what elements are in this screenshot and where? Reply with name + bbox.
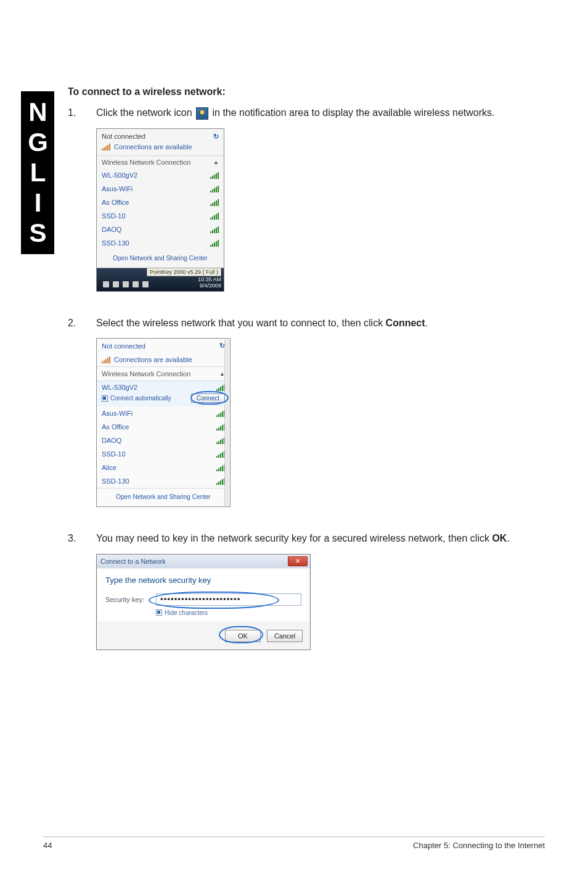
hide-characters-checkbox[interactable]: Hide characters <box>156 609 301 616</box>
network-row[interactable]: As Office <box>97 196 224 209</box>
not-connected-label: Not connected <box>102 342 145 350</box>
network-name: DAOQ <box>102 437 121 444</box>
security-key-label: Security key: <box>105 596 149 603</box>
network-name: Asus-WiFi <box>102 185 133 192</box>
tray-icons <box>103 281 149 287</box>
network-row[interactable]: As Office <box>97 420 230 434</box>
network-row[interactable]: WL-500gV2 <box>97 168 224 182</box>
dialog-title: Connect to a Network <box>100 558 166 565</box>
checkbox-icon <box>156 609 162 616</box>
security-key-dialog: Connect to a Network ✕ Type the network … <box>96 554 311 650</box>
signal-bars-icon <box>210 199 219 206</box>
signal-bars-icon <box>210 226 219 233</box>
network-row[interactable]: SSD-130 <box>97 474 230 488</box>
selected-network-name: WL-530gV2 <box>102 384 137 391</box>
connect-automatically-checkbox[interactable]: Connect automatically <box>102 395 171 402</box>
ok-button[interactable]: OK <box>225 630 261 642</box>
network-row[interactable]: DAOQ <box>97 223 224 236</box>
step2-text-a: Select the wireless network that you wan… <box>96 318 386 328</box>
signal-bars-icon <box>210 171 219 179</box>
chevron-up-icon[interactable]: ▲ <box>213 159 219 165</box>
signal-bars-icon <box>210 185 219 192</box>
step3-text-c: . <box>507 533 509 543</box>
close-button[interactable]: ✕ <box>288 556 308 566</box>
network-row[interactable]: SSD-10 <box>97 209 224 223</box>
step1-text-pre: Click the network icon <box>96 107 195 118</box>
tray-icon[interactable] <box>103 281 109 287</box>
signal-bars-icon <box>216 410 225 417</box>
connect-button[interactable]: Connect <box>191 394 225 403</box>
dialog-button-row: OK Cancel <box>97 622 310 650</box>
page-footer: 44 Chapter 5: Connecting to the Internet <box>43 836 545 850</box>
dialog-titlebar: Connect to a Network ✕ <box>97 555 310 568</box>
page-number: 44 <box>43 841 52 850</box>
taskbar: PointKey 2000 v5.29 ( Full ) 10:35 AM 9/… <box>96 268 224 292</box>
connect-auto-label: Connect automatically <box>110 395 171 402</box>
wireless-header-label: Wireless Network Connection <box>102 159 190 166</box>
signal-bars-icon <box>210 239 219 247</box>
network-flyout-connect: Not connected ↻ Connections are availabl… <box>96 338 231 507</box>
step-number: 1. <box>68 106 96 120</box>
clock-date: 9/4/2009 <box>198 283 221 289</box>
network-name: Asus-WiFi <box>102 410 133 417</box>
section-heading: To connect to a wireless network: <box>68 86 545 97</box>
hide-characters-label: Hide characters <box>165 609 208 616</box>
connections-available-label: Connections are available <box>114 143 192 151</box>
security-key-input[interactable] <box>156 593 301 606</box>
step1-text-post: in the notification area to display the … <box>213 107 495 118</box>
open-network-center-link[interactable]: Open Network and Sharing Center <box>97 488 230 506</box>
network-name: SSD-10 <box>102 450 126 458</box>
network-name: SSD-130 <box>102 239 129 247</box>
cancel-button[interactable]: Cancel <box>267 630 303 642</box>
network-row[interactable]: SSD-130 <box>97 236 224 250</box>
step-body: Click the network icon in the notificati… <box>96 106 545 120</box>
tray-icon[interactable] <box>113 281 119 287</box>
signal-bars-icon <box>216 477 225 485</box>
step2-connect-word: Connect <box>386 318 425 328</box>
signal-bars-icon <box>216 423 225 431</box>
tray-icon[interactable] <box>123 281 129 287</box>
refresh-icon[interactable]: ↻ <box>213 133 219 141</box>
step3-ok-word: OK <box>492 533 507 543</box>
signal-bars-icon <box>216 464 225 471</box>
checkbox-icon <box>102 395 108 402</box>
step-1: 1. Click the network icon in the notific… <box>68 106 545 120</box>
step-body: You may need to key in the network secur… <box>96 532 545 545</box>
page-content: To connect to a wireless network: 1. Cli… <box>68 86 545 675</box>
network-row[interactable]: DAOQ <box>97 434 230 447</box>
network-name: SSD-130 <box>102 477 129 485</box>
network-name: As Office <box>102 199 129 206</box>
flyout-header: Not connected ↻ <box>97 339 230 353</box>
step3-text-a: You may need to key in the network secur… <box>96 533 492 543</box>
open-network-center-link[interactable]: Open Network and Sharing Center <box>97 250 224 268</box>
chapter-title: Chapter 5: Connecting to the Internet <box>413 841 545 850</box>
tray-icon[interactable] <box>142 281 149 287</box>
step-body: Select the wireless network that you wan… <box>96 316 545 330</box>
screenshot-network-flyout: Not connected ↻ Connections are availabl… <box>96 128 545 292</box>
network-name: DAOQ <box>102 226 121 233</box>
network-tray-icon <box>196 107 208 120</box>
tray-icon[interactable] <box>133 281 139 287</box>
scrollbar[interactable] <box>224 339 229 506</box>
step-number: 3. <box>68 532 96 545</box>
screenshot-connect-flyout: Not connected ↻ Connections are availabl… <box>96 338 545 507</box>
step-2: 2. Select the wireless network that you … <box>68 316 545 330</box>
wireless-header-label: Wireless Network Connection <box>102 370 190 377</box>
network-row[interactable]: SSD-10 <box>97 447 230 461</box>
network-flyout: Not connected ↻ Connections are availabl… <box>96 128 224 268</box>
taskbar-tooltip: PointKey 2000 v5.29 ( Full ) <box>147 268 221 276</box>
dialog-heading: Type the network security key <box>105 576 301 585</box>
network-row[interactable]: Asus-WiFi <box>97 182 224 196</box>
network-row[interactable]: Asus-WiFi <box>97 406 230 420</box>
signal-bars-icon <box>216 437 225 444</box>
network-row[interactable]: Alice <box>97 461 230 474</box>
signal-bars-icon <box>102 143 110 151</box>
selected-network-block[interactable]: WL-530gV2 Connect automatically Connect <box>97 381 230 406</box>
signal-bars-icon <box>210 212 219 220</box>
signal-bars-icon <box>102 356 110 363</box>
wireless-connection-header: Wireless Network Connection ▲ <box>97 155 224 168</box>
taskbar-clock: 10:35 AM 9/4/2009 <box>198 277 221 289</box>
network-name: As Office <box>102 423 129 431</box>
not-connected-label: Not connected <box>102 133 145 140</box>
screenshot-security-key-dialog: Connect to a Network ✕ Type the network … <box>96 554 545 650</box>
